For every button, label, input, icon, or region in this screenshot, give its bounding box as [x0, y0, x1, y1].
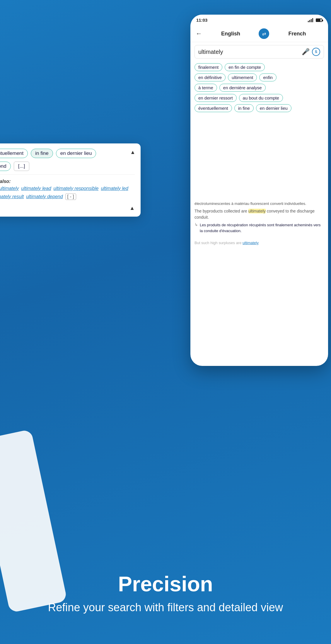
chip-au-bout-du-compte[interactable]: au bout du compte: [239, 94, 283, 102]
try-link-4[interactable]: ultimately led: [101, 186, 128, 191]
language-to[interactable]: French: [272, 31, 323, 37]
try-link-3[interactable]: ultimately responsible: [54, 186, 99, 191]
chip-en-dernier-lieu[interactable]: en dernier lieu: [256, 104, 291, 112]
chip-in-fine[interactable]: in fine: [234, 104, 254, 112]
chip-finalement[interactable]: finalement: [194, 63, 222, 71]
example-fr-1: Les produits de récupération récupérés s…: [200, 222, 324, 234]
status-time: 11:03: [196, 18, 207, 23]
examples-area: électroluminescentes à matériau fluoresc…: [190, 198, 328, 248]
battery-icon: [316, 18, 322, 22]
bg-phone-text: nte: [0, 472, 36, 487]
chip-enfin[interactable]: enfin: [259, 73, 277, 81]
highlight-ultimately: ultimately: [248, 209, 266, 213]
try-more-button[interactable]: [ - ]: [65, 193, 76, 200]
chips-row-2: en définitive ultimement enfin: [194, 73, 324, 81]
popup-chip-au-fond[interactable]: au fond: [0, 162, 11, 171]
chip-eventuellement[interactable]: éventuellement: [194, 104, 232, 112]
try-link-6[interactable]: ultimately depend: [26, 194, 63, 199]
popup-chips-row-1: éventuellement in fine en dernier lieu: [0, 149, 135, 158]
chip-a-terme[interactable]: à terme: [194, 84, 217, 92]
chips-row-3: à terme en dernière analyse: [194, 84, 324, 92]
try-link-2[interactable]: ultimately lead: [21, 186, 51, 191]
back-button[interactable]: ←: [196, 30, 202, 37]
popup-chip-en-dernier-lieu[interactable]: en dernier lieu: [56, 149, 96, 158]
signal-icon: [308, 18, 313, 22]
chips-row-4: en dernier ressort au bout du compte: [194, 94, 324, 102]
chip-en-dernier-ressort[interactable]: en dernier ressort: [194, 94, 237, 102]
try-also-label: Try also:: [0, 179, 11, 184]
try-link-5[interactable]: ultimately result: [0, 194, 24, 199]
chips-row-5: éventuellement in fine en dernier lieu: [194, 104, 324, 112]
example-en-1: The byproducts collected are ultimately …: [194, 208, 324, 220]
try-also-collapse-icon[interactable]: ▲: [129, 205, 135, 211]
popup-chips-row-2: au fond [...]: [0, 162, 135, 171]
swap-languages-button[interactable]: ⇄: [259, 28, 269, 39]
translations-area: finalement en fin de compte en définitiv…: [190, 61, 328, 116]
chip-en-fin-de-compte[interactable]: en fin de compte: [225, 63, 265, 71]
chip-en-derniere-analyse[interactable]: en dernière analyse: [219, 84, 266, 92]
settings-button[interactable]: S: [312, 48, 320, 56]
main-phone: 11:03 ← English ⇄ French ultimately 🎤 S: [190, 15, 328, 366]
precision-subtitle: Refine your search with filters and deta…: [18, 600, 313, 615]
try-also-links: but ultimately ultimately lead ultimatel…: [0, 186, 129, 200]
status-bar: 11:03: [190, 15, 328, 25]
bg-star-icon: ☆: [0, 436, 30, 455]
expanded-popup: éventuellement in fine en dernier lieu a…: [0, 143, 141, 217]
language-from[interactable]: English: [205, 31, 256, 37]
swap-icon: ⇄: [262, 31, 266, 37]
search-bar[interactable]: ultimately 🎤 S: [194, 45, 324, 59]
precision-title: Precision: [18, 573, 313, 595]
try-link-1[interactable]: but ultimately: [0, 186, 19, 191]
settings-label: S: [315, 50, 317, 54]
example-sentence-fr-partial: électroluminescentes à matériau fluoresc…: [194, 201, 324, 206]
bottom-section: Precision Refine your search with filter…: [0, 568, 331, 621]
example-partial: But such high surpluses are ultimately: [194, 241, 324, 245]
chip-ultimement[interactable]: ultimement: [228, 73, 257, 81]
example-fr-1-container: ↳ Les produits de récupération récupérés…: [194, 222, 324, 237]
app-header: ← English ⇄ French: [190, 25, 328, 42]
popup-chip-eventuellement[interactable]: éventuellement: [0, 149, 28, 158]
status-icons: [308, 18, 322, 22]
bg-speaker-icon: 🔔: [0, 454, 34, 474]
try-also-section: Try also: but ultimately ultimately lead…: [0, 174, 135, 204]
popup-chip-in-fine[interactable]: in fine: [31, 149, 53, 158]
chips-row-1: finalement en fin de compte: [194, 63, 324, 71]
popup-chip-more[interactable]: [...]: [14, 162, 30, 171]
chip-en-definitive[interactable]: en définitive: [194, 73, 226, 81]
microphone-icon[interactable]: 🎤: [302, 48, 310, 56]
collapse-arrow-icon[interactable]: ▲: [130, 149, 135, 155]
arrow-icon: ↳: [194, 222, 198, 227]
search-query: ultimately: [198, 49, 302, 55]
